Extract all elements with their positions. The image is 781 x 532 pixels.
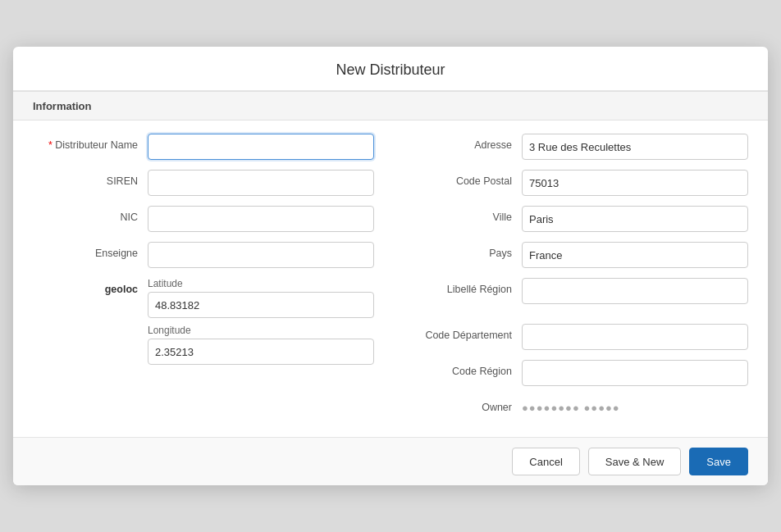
row-owner: Owner ●●●●●●●● ●●●●●: [407, 396, 748, 414]
label-adresse: Adresse: [407, 134, 522, 151]
section-information: Information: [13, 91, 768, 120]
geoloc-fields: Latitude Longitude: [148, 278, 374, 371]
row-distributeur-name: Distributeur Name: [33, 134, 374, 160]
section-information-label: Information: [33, 100, 92, 112]
form-right: Adresse Code Postal Ville Pays: [407, 134, 748, 424]
input-nic[interactable]: [148, 206, 374, 232]
save-new-button[interactable]: Save & New: [588, 448, 682, 475]
label-enseigne: Enseigne: [33, 242, 148, 259]
form-left: Distributeur Name SIREN NIC Enseigne: [33, 134, 374, 424]
modal-header: New Distributeur: [13, 47, 768, 91]
label-code-departement: Code Département: [407, 324, 522, 341]
input-pays[interactable]: [522, 242, 748, 268]
label-nic: NIC: [33, 206, 148, 223]
input-code-postal[interactable]: [522, 170, 748, 196]
label-distributeur-name: Distributeur Name: [33, 134, 148, 151]
owner-value: ●●●●●●●● ●●●●●: [522, 396, 620, 414]
modal-dialog: New Distributeur Information Distributeu…: [13, 47, 768, 485]
cancel-button[interactable]: Cancel: [512, 448, 579, 475]
form-content: Distributeur Name SIREN NIC Enseigne: [13, 134, 768, 424]
input-distributeur-name[interactable]: [148, 134, 374, 160]
row-siren: SIREN: [33, 170, 374, 196]
modal-body: Information Distributeur Name SIREN NIC: [13, 91, 768, 437]
input-adresse[interactable]: [522, 134, 748, 160]
modal-overlay: New Distributeur Information Distributeu…: [0, 0, 781, 532]
save-button[interactable]: Save: [689, 448, 748, 475]
row-code-departement: Code Département: [407, 324, 748, 350]
row-adresse: Adresse: [407, 134, 748, 160]
row-libelle-region: Libellé Région: [407, 278, 748, 304]
row-code-postal: Code Postal: [407, 170, 748, 196]
input-code-region[interactable]: [522, 360, 748, 386]
label-libelle-region: Libellé Région: [407, 278, 522, 295]
label-siren: SIREN: [33, 170, 148, 187]
input-siren[interactable]: [148, 170, 374, 196]
label-pays: Pays: [407, 242, 522, 259]
row-nic: NIC: [33, 206, 374, 232]
label-longitude: Longitude: [148, 325, 374, 336]
row-code-region: Code Région: [407, 360, 748, 386]
label-latitude: Latitude: [148, 278, 374, 289]
label-code-region: Code Région: [407, 360, 522, 377]
input-enseigne[interactable]: [148, 242, 374, 268]
input-longitude[interactable]: [148, 339, 374, 365]
row-enseigne: Enseigne: [33, 242, 374, 268]
modal-title: New Distributeur: [33, 61, 748, 79]
input-ville[interactable]: [522, 206, 748, 232]
label-ville: Ville: [407, 206, 522, 223]
row-geoloc: geoloc Latitude Longitude: [33, 278, 374, 371]
label-code-postal: Code Postal: [407, 170, 522, 187]
input-code-departement[interactable]: [522, 324, 748, 350]
row-ville: Ville: [407, 206, 748, 232]
modal-footer: Cancel Save & New Save: [13, 437, 768, 485]
label-owner: Owner: [407, 396, 522, 413]
label-geoloc: geoloc: [33, 278, 148, 295]
input-libelle-region[interactable]: [522, 278, 748, 304]
row-pays: Pays: [407, 242, 748, 268]
input-latitude[interactable]: [148, 292, 374, 318]
